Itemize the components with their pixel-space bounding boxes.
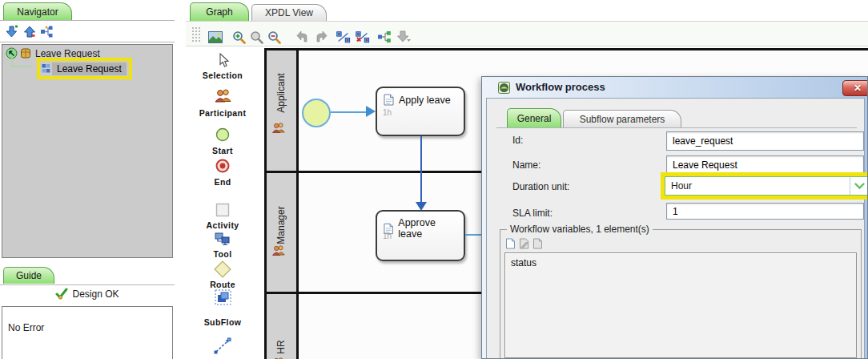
export-flow-icon[interactable]: [397, 30, 412, 44]
new-variable-icon[interactable]: [505, 238, 516, 249]
workflow-variables-title: Workflow variables, 1 element(s): [507, 224, 653, 235]
palette-selection-label: Selection: [186, 71, 259, 80]
palette-participant-tool[interactable]: [189, 89, 256, 103]
hide-links-icon[interactable]: [356, 30, 370, 44]
activity-node-approve-leave[interactable]: Approve leave 1h: [376, 210, 465, 261]
id-field[interactable]: leave_request: [666, 131, 864, 151]
tree-child-item[interactable]: Leave Request: [52, 63, 127, 75]
arrowhead-right: [366, 106, 376, 117]
tab-pane-border: [496, 127, 857, 128]
zoom-reset-icon[interactable]: [249, 30, 263, 44]
add-child-icon[interactable]: [5, 24, 19, 38]
activity-node-apply-leave[interactable]: Apply leave 1h: [376, 87, 465, 136]
tree-structure-icon: [40, 25, 54, 38]
magnifier-plus-icon: [232, 30, 246, 44]
dialog-tab-subflow-label: Subflow parameters: [580, 114, 665, 125]
edit-variable-icon[interactable]: [519, 238, 529, 249]
document-icon: [384, 94, 394, 106]
palette-subflow-label: SubFlow: [186, 317, 259, 327]
close-button[interactable]: ✕: [842, 80, 868, 96]
tab-graph[interactable]: Graph: [190, 2, 249, 21]
workflow-variables-group: Workflow variables, 1 element(s): [500, 229, 862, 359]
guide-tab-label: Guide: [16, 270, 42, 281]
divider: [0, 42, 175, 42]
name-label: Name:: [512, 159, 540, 171]
activity-square-icon: [215, 203, 230, 217]
tab-graph-label: Graph: [206, 6, 232, 18]
palette-start-tool[interactable]: [189, 127, 256, 142]
divider: [0, 20, 175, 21]
zoom-in-icon[interactable]: [231, 30, 246, 44]
workflow-process-dialog: Workflow process ✕ General Subflow param…: [481, 76, 868, 359]
dialog-tab-general-label: General: [517, 113, 552, 124]
palette-tool-label: Tool: [186, 249, 259, 259]
transition-arrow-icon: [213, 337, 232, 355]
sla-limit-value: 1: [673, 206, 678, 217]
redo-icon[interactable]: [313, 30, 328, 44]
dialog-tab-general[interactable]: General: [507, 108, 561, 127]
picture-icon: [208, 31, 223, 43]
variable-item[interactable]: status: [511, 257, 536, 268]
palette-activity-tool[interactable]: [189, 203, 256, 217]
id-value: leave_request: [673, 135, 733, 147]
hierarchy-icon[interactable]: [39, 24, 54, 38]
lane-participant-icon: [271, 245, 285, 256]
duration-unit-value: Hour: [665, 180, 850, 192]
remove-item-icon[interactable]: [22, 24, 36, 38]
tab-xpdl-view[interactable]: XPDL View: [251, 4, 327, 21]
toolbar-drag-handle[interactable]: [191, 26, 202, 42]
zoom-out-icon[interactable]: [267, 30, 281, 44]
redo-arrow-icon: [314, 30, 328, 44]
guide-tab[interactable]: Guide: [3, 267, 54, 284]
palette-tool-tool[interactable]: [189, 232, 256, 246]
palette-transition-tool[interactable]: [189, 337, 256, 355]
nodes-link-icon: [336, 30, 351, 44]
layout-tree-icon[interactable]: [377, 30, 392, 44]
design-status-text: Design OK: [72, 288, 119, 300]
dialog-tab-subflow[interactable]: Subflow parameters: [563, 110, 681, 127]
sla-limit-field[interactable]: 1: [666, 203, 864, 220]
lane-label-hr[interactable]: HR: [275, 299, 287, 359]
transition-start-apply[interactable]: [331, 111, 367, 113]
gray-arrow-icon: [397, 30, 412, 43]
start-event-node[interactable]: [302, 99, 331, 127]
palette-selection-tool[interactable]: [189, 53, 256, 68]
palette-activity-label: Activity: [186, 220, 259, 230]
app-window: Navigator: [0, 0, 868, 359]
guide-message: No Error: [8, 322, 44, 333]
palette-end-tool[interactable]: [189, 159, 256, 173]
navigator-tab-label: Navigator: [17, 6, 58, 18]
undo-arrow-icon: [296, 30, 310, 44]
chevron-down-icon: [854, 183, 865, 190]
activity-duration: 1h: [383, 232, 392, 240]
lane-label-manager[interactable]: Manager: [275, 177, 287, 273]
arrow-down-plus-icon: [6, 25, 19, 38]
palette-subflow-tool[interactable]: [189, 289, 256, 305]
undo-icon[interactable]: [295, 30, 310, 44]
participant-people-icon: [214, 89, 231, 103]
workflow-variables-list[interactable]: status: [504, 252, 857, 358]
navigator-tab[interactable]: Navigator: [3, 2, 72, 20]
design-status: Design OK: [0, 288, 175, 300]
subprocess-icon: [42, 63, 50, 74]
palette-start-label: Start: [186, 146, 259, 155]
tree-branch-line: [10, 57, 34, 73]
delete-variable-icon[interactable]: [532, 238, 543, 249]
palette-route-label: Route: [186, 280, 259, 289]
palette-route-tool[interactable]: [189, 260, 256, 279]
transition-approve-out[interactable]: [465, 234, 483, 236]
export-image-icon[interactable]: [208, 30, 223, 44]
sla-limit-label: SLA limit:: [512, 208, 553, 219]
magnifier-icon: [250, 30, 263, 44]
dialog-title: Workflow process: [516, 81, 605, 93]
activity-duration: 1h: [383, 108, 392, 117]
show-links-icon[interactable]: [336, 30, 351, 44]
duration-unit-select[interactable]: Hour: [665, 176, 868, 196]
name-value: Leave Request: [673, 159, 737, 171]
navigator-tree: Leave Request Leave Request: [2, 44, 173, 258]
dropdown-button[interactable]: [850, 177, 868, 195]
nodes-unlink-icon: [356, 30, 370, 44]
close-icon: ✕: [854, 83, 862, 94]
transition-apply-approve[interactable]: [420, 136, 422, 203]
id-label: Id:: [512, 135, 523, 146]
